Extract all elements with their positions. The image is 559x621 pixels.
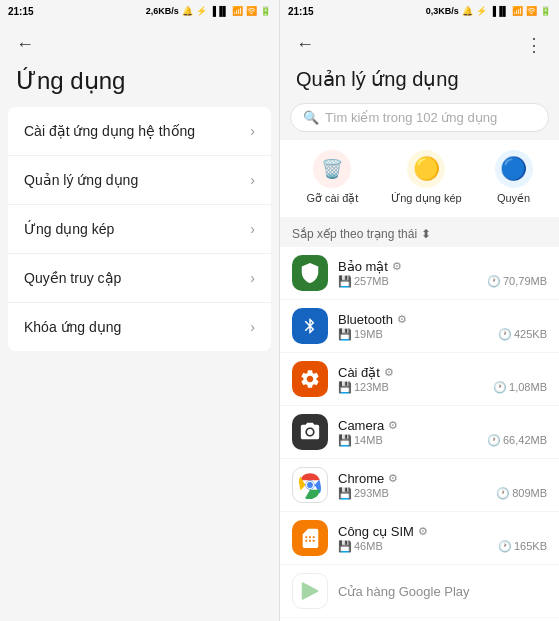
right-panel: 21:15 0,3KB/s 🔔 ⚡ ▐▐▌ 📶 🛜 🔋 ← ⋮ Quản lý …: [280, 0, 559, 621]
app-icon-camera: [292, 414, 328, 450]
chevron-icon-3: ›: [250, 270, 255, 286]
app-name-camera: Camera: [338, 418, 384, 433]
more-options-button[interactable]: ⋮: [525, 34, 543, 56]
search-icon: 🔍: [303, 110, 319, 125]
settings-icon-bao-mat: ⚙: [392, 260, 402, 273]
chevron-icon-4: ›: [250, 319, 255, 335]
menu-item-dual-apps[interactable]: Ứng dụng kép ›: [8, 205, 271, 254]
back-button-right[interactable]: ←: [296, 30, 314, 59]
app-item-camera[interactable]: Camera ⚙ 💾 14MB 🕐 66,42MB: [280, 406, 559, 459]
dual-app-action[interactable]: 🟡 Ứng dụng kép: [383, 146, 469, 209]
app-icon-cong-cu-sim: [292, 520, 328, 556]
uninstall-icon: 🗑️: [313, 150, 351, 188]
storage-cai-dat: 💾 123MB: [338, 381, 389, 394]
status-bar-left: 21:15 2,6KB/s 🔔 ⚡ ▐▐▌ 📶 🛜 🔋: [0, 0, 279, 22]
time-left: 21:15: [8, 6, 34, 17]
app-icon-google-play: [292, 573, 328, 609]
app-item-cong-cu-sim[interactable]: Công cụ SIM ⚙ 💾 46MB 🕐 165KB: [280, 512, 559, 565]
left-page-title: Ứng dụng: [0, 67, 279, 107]
app-name-google-play: Cửa hàng Google Play: [338, 584, 470, 599]
right-header: ← ⋮: [280, 22, 559, 63]
search-bar[interactable]: 🔍 Tìm kiếm trong 102 ứng dụng: [290, 103, 549, 132]
right-page-title: Quản lý ứng dụng: [280, 63, 559, 99]
settings-icon-camera: ⚙: [388, 419, 398, 432]
permissions-action[interactable]: 🔵 Quyền: [487, 146, 541, 209]
chevron-icon-0: ›: [250, 123, 255, 139]
search-placeholder: Tìm kiếm trong 102 ứng dụng: [325, 110, 497, 125]
app-icon-bao-mat: [292, 255, 328, 291]
chevron-icon-2: ›: [250, 221, 255, 237]
app-item-bao-mat[interactable]: Bảo mật ⚙ 💾 257MB 🕐 70,79MB: [280, 247, 559, 300]
status-icons-right: 0,3KB/s 🔔 ⚡ ▐▐▌ 📶 🛜 🔋: [426, 6, 551, 16]
quick-actions-bar: 🗑️ Gỡ cài đặt 🟡 Ứng dụng kép 🔵 Quyền: [280, 140, 559, 217]
app-name-chrome: Chrome: [338, 471, 384, 486]
left-panel: 21:15 2,6KB/s 🔔 ⚡ ▐▐▌ 📶 🛜 🔋 ← Ứng dụng C…: [0, 0, 280, 621]
storage-cong-cu-sim: 💾 46MB: [338, 540, 383, 553]
storage-camera: 💾 14MB: [338, 434, 383, 447]
app-item-google-play[interactable]: Cửa hàng Google Play: [280, 565, 559, 618]
menu-list: Cài đặt ứng dụng hệ thống › Quản lý ứng …: [8, 107, 271, 351]
svg-point-2: [307, 482, 313, 488]
permissions-icon: 🔵: [495, 150, 533, 188]
sort-icon: ⬍: [421, 227, 431, 241]
app-icon-bluetooth: [292, 308, 328, 344]
menu-item-lock-apps[interactable]: Khóa ứng dụng ›: [8, 303, 271, 351]
cache-camera: 🕐 66,42MB: [487, 434, 547, 447]
app-info-cong-cu-sim: Công cụ SIM ⚙ 💾 46MB 🕐 165KB: [338, 524, 547, 553]
storage-bluetooth: 💾 19MB: [338, 328, 383, 341]
cache-bluetooth: 🕐 425KB: [498, 328, 547, 341]
app-list: Bảo mật ⚙ 💾 257MB 🕐 70,79MB: [280, 247, 559, 621]
storage-chrome: 💾 293MB: [338, 487, 389, 500]
cache-chrome: 🕐 809MB: [496, 487, 547, 500]
cache-bao-mat: 🕐 70,79MB: [487, 275, 547, 288]
chevron-icon-1: ›: [250, 172, 255, 188]
menu-item-label-dual: Ứng dụng kép: [24, 221, 114, 237]
settings-icon-bluetooth: ⚙: [397, 313, 407, 326]
permissions-label: Quyền: [497, 192, 530, 205]
app-info-google-play: Cửa hàng Google Play: [338, 584, 547, 599]
settings-icon-cong-cu-sim: ⚙: [418, 525, 428, 538]
app-item-chrome[interactable]: Chrome ⚙ 💾 293MB 🕐 809MB: [280, 459, 559, 512]
cache-cong-cu-sim: 🕐 165KB: [498, 540, 547, 553]
menu-item-permissions[interactable]: Quyền truy cập ›: [8, 254, 271, 303]
app-name-bao-mat: Bảo mật: [338, 259, 388, 274]
app-item-bluetooth[interactable]: Bluetooth ⚙ 💾 19MB 🕐 425KB: [280, 300, 559, 353]
app-info-chrome: Chrome ⚙ 💾 293MB 🕐 809MB: [338, 471, 547, 500]
menu-item-label-perms: Quyền truy cập: [24, 270, 121, 286]
app-item-cai-dat[interactable]: Cài đặt ⚙ 💾 123MB 🕐 1,08MB: [280, 353, 559, 406]
status-bar-right: 21:15 0,3KB/s 🔔 ⚡ ▐▐▌ 📶 🛜 🔋: [280, 0, 559, 22]
left-header: ←: [0, 22, 279, 63]
time-right: 21:15: [288, 6, 314, 17]
menu-item-install-system[interactable]: Cài đặt ứng dụng hệ thống ›: [8, 107, 271, 156]
status-icons-left: 2,6KB/s 🔔 ⚡ ▐▐▌ 📶 🛜 🔋: [146, 6, 271, 16]
app-icon-cai-dat: [292, 361, 328, 397]
menu-item-label-install-system: Cài đặt ứng dụng hệ thống: [24, 123, 195, 139]
uninstall-action[interactable]: 🗑️ Gỡ cài đặt: [298, 146, 366, 209]
storage-bao-mat: 💾 257MB: [338, 275, 389, 288]
app-name-cai-dat: Cài đặt: [338, 365, 380, 380]
settings-icon-cai-dat: ⚙: [384, 366, 394, 379]
dual-app-label: Ứng dụng kép: [391, 192, 461, 205]
sort-label[interactable]: Sắp xếp theo trạng thái ⬍: [280, 223, 559, 247]
app-info-camera: Camera ⚙ 💾 14MB 🕐 66,42MB: [338, 418, 547, 447]
menu-item-label-manage: Quản lý ứng dụng: [24, 172, 138, 188]
cache-cai-dat: 🕐 1,08MB: [493, 381, 547, 394]
settings-icon-chrome: ⚙: [388, 472, 398, 485]
app-info-cai-dat: Cài đặt ⚙ 💾 123MB 🕐 1,08MB: [338, 365, 547, 394]
app-info-bao-mat: Bảo mật ⚙ 💾 257MB 🕐 70,79MB: [338, 259, 547, 288]
app-info-bluetooth: Bluetooth ⚙ 💾 19MB 🕐 425KB: [338, 312, 547, 341]
menu-item-label-lock: Khóa ứng dụng: [24, 319, 121, 335]
back-button-left[interactable]: ←: [16, 30, 263, 59]
menu-item-manage-apps[interactable]: Quản lý ứng dụng ›: [8, 156, 271, 205]
app-icon-chrome: [292, 467, 328, 503]
app-name-cong-cu-sim: Công cụ SIM: [338, 524, 414, 539]
app-name-bluetooth: Bluetooth: [338, 312, 393, 327]
uninstall-label: Gỡ cài đặt: [306, 192, 358, 205]
dual-app-icon: 🟡: [407, 150, 445, 188]
